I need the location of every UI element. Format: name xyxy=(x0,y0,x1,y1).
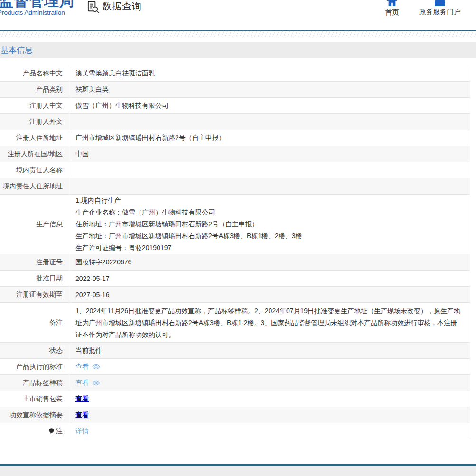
row-label: 境内责任人名称 xyxy=(0,162,69,178)
row-label: 产品标签样稿 xyxy=(0,375,69,391)
row-value: 2027-05-16 xyxy=(69,287,470,302)
row-value: 查看 xyxy=(69,407,470,423)
row-label-text: 注册人外文 xyxy=(29,118,63,126)
view-link[interactable]: 查看 xyxy=(75,395,89,403)
table-row: 注册人住所地址广州市增城区新塘镇瑶田村石新路2号（自主申报） xyxy=(0,130,470,146)
row-label: 注册人住所地址 xyxy=(0,130,69,146)
row-value: 国妆特字20220676 xyxy=(69,254,470,270)
row-value: 查看 xyxy=(69,375,470,391)
row-value: 中国 xyxy=(69,146,470,162)
site-header: 监督管理局 Products Administration 数据查询 首页 xyxy=(0,0,476,30)
view-link[interactable]: 查看 xyxy=(75,363,89,371)
row-value: 当前批件 xyxy=(69,343,470,358)
row-label-text: 备注 xyxy=(49,318,63,327)
row-label-text: 产品标签样稿 xyxy=(23,379,63,387)
table-row: 注册证号国妆特字20220676 xyxy=(0,254,470,271)
row-value: 祛斑美白类 xyxy=(69,82,470,97)
view-link[interactable]: 查看 xyxy=(75,379,89,387)
row-value: 详情 xyxy=(69,423,470,439)
row-value: 1.境内自行生产生产企业名称：傲雪（广州）生物科技有限公司住所地址：广州市增城区… xyxy=(69,195,470,254)
info-table: 产品名称中文澳芙雪焕颜美白祛斑洁面乳产品类别祛斑美白类注册人中文傲雪（广州）生物… xyxy=(0,65,470,439)
row-label: 产品类别 xyxy=(0,82,69,97)
table-row: 生产信息1.境内自行生产生产企业名称：傲雪（广州）生物科技有限公司住所地址：广州… xyxy=(0,195,470,254)
row-label: 注册证号 xyxy=(0,254,69,270)
row-label: 功效宣称依据摘要 xyxy=(0,407,69,423)
table-row: 注册人所在国/地区中国 xyxy=(0,146,470,162)
row-value: 1、2024年11月26日批准变更产品功效宣称，产品标签样稿。2、2024年07… xyxy=(69,303,470,342)
row-label-text: 批准日期 xyxy=(36,274,63,283)
row-label-text: 注册人住所地址 xyxy=(16,134,63,142)
section-header: 基本信息 xyxy=(0,42,476,58)
row-label: 产品名称中文 xyxy=(0,65,69,81)
nav-home[interactable]: 首页 xyxy=(380,0,404,17)
value-line: 生产地址：广州市增城区新塘镇瑶田村石新路2号A栋3楼、B栋1楼、2楼、3楼 xyxy=(75,230,302,242)
row-value: 2022-05-17 xyxy=(69,271,470,286)
row-label: 批准日期 xyxy=(0,271,69,286)
note-dot-icon xyxy=(49,428,54,434)
row-label: 境内责任人住所地址 xyxy=(0,178,69,194)
table-row: 上市销售包装查看 xyxy=(0,391,470,407)
table-row: 产品名称中文澳芙雪焕颜美白祛斑洁面乳 xyxy=(0,65,470,82)
row-value: 查看 xyxy=(69,359,470,374)
row-label-text: 功效宣称依据摘要 xyxy=(9,411,63,420)
row-label-text: 状态 xyxy=(49,346,63,355)
row-label-text: 产品名称中文 xyxy=(23,69,63,78)
row-label: 上市销售包装 xyxy=(0,391,69,407)
document-search-icon xyxy=(87,0,100,13)
section-title: 基本信息 xyxy=(0,45,33,56)
row-label: 状态 xyxy=(0,343,69,358)
footer-band xyxy=(0,466,476,476)
row-label-text: 境内责任人住所地址 xyxy=(3,182,63,191)
row-label-text: 注 xyxy=(56,427,63,436)
table-row: 注详情 xyxy=(0,423,470,439)
table-row: 产品类别祛斑美白类 xyxy=(0,82,470,98)
table-row: 产品标签样稿查看 xyxy=(0,375,470,391)
row-label-text: 注册证号 xyxy=(36,258,63,267)
site-logo-en: Products Administration xyxy=(0,9,65,16)
value-line: 生产企业名称：傲雪（广州）生物科技有限公司 xyxy=(75,206,215,218)
table-row: 注册人外文 xyxy=(0,114,470,130)
view-link[interactable]: 查看 xyxy=(75,411,89,420)
row-label-text: 注册证有效期至 xyxy=(16,290,63,299)
home-icon xyxy=(387,0,397,7)
row-label-text: 生产信息 xyxy=(36,220,63,229)
table-row: 备注1、2024年11月26日批准变更产品功效宣称，产品标签样稿。2、2024年… xyxy=(0,303,470,343)
row-label: 注册人外文 xyxy=(0,114,69,130)
table-row: 批准日期2022-05-17 xyxy=(0,271,470,287)
row-label-text: 产品执行的标准 xyxy=(16,363,63,371)
eye-icon[interactable] xyxy=(92,364,100,370)
table-row: 注册证有效期至2027-05-16 xyxy=(0,287,470,303)
nav-portal[interactable]: 政务服务门户 xyxy=(412,0,468,17)
row-label-text: 上市销售包装 xyxy=(23,395,63,403)
tab-data-query-label: 数据查询 xyxy=(102,0,142,12)
row-value xyxy=(69,178,470,194)
value-line: 生产许可证编号：粤妆20190197 xyxy=(75,242,171,254)
table-row: 境内责任人名称 xyxy=(0,162,470,178)
table-row: 境内责任人住所地址 xyxy=(0,178,470,195)
value-line: 1.境内自行生产 xyxy=(75,195,121,206)
row-label: 注册人所在国/地区 xyxy=(0,146,69,162)
table-row: 功效宣称依据摘要查看 xyxy=(0,407,470,423)
row-label-text: 注册人所在国/地区 xyxy=(8,150,63,159)
value-line: 住所地址：广州市增城区新塘镇瑶田村石新路2号（自主申报） xyxy=(75,218,259,230)
nav-home-label: 首页 xyxy=(380,8,404,17)
detail-link[interactable]: 详情 xyxy=(75,427,89,436)
row-label-text: 产品类别 xyxy=(36,85,63,94)
row-label: 注 xyxy=(0,423,69,439)
row-label: 注册人中文 xyxy=(0,98,69,113)
hatch-band xyxy=(0,31,476,37)
tab-data-query[interactable]: 数据查询 xyxy=(87,0,142,13)
page: 监督管理局 Products Administration 数据查询 首页 xyxy=(0,0,476,476)
row-label-text: 境内责任人名称 xyxy=(16,166,63,175)
table-row: 状态当前批件 xyxy=(0,343,470,359)
row-label: 注册证有效期至 xyxy=(0,287,69,302)
portal-icon xyxy=(434,0,446,6)
row-value: 查看 xyxy=(69,391,470,407)
table-row: 产品执行的标准查看 xyxy=(0,359,470,375)
eye-icon[interactable] xyxy=(92,380,100,386)
row-label: 备注 xyxy=(0,303,69,342)
row-label: 产品执行的标准 xyxy=(0,359,69,374)
row-value: 傲雪（广州）生物科技有限公司 xyxy=(69,98,470,113)
row-value xyxy=(69,114,470,130)
row-value: 澳芙雪焕颜美白祛斑洁面乳 xyxy=(69,65,470,81)
